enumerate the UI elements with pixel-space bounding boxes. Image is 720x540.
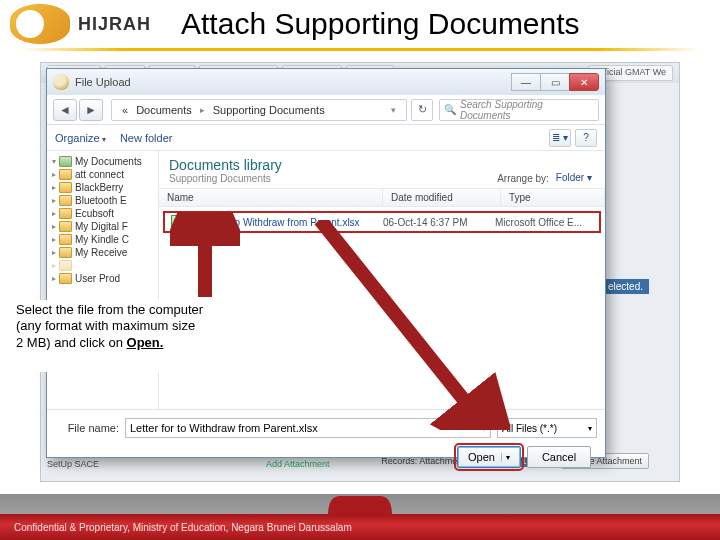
tree-item: ▸My Kindle C [49, 233, 156, 246]
breadcrumb-item[interactable]: Documents [136, 104, 192, 116]
folder-icon [59, 156, 72, 167]
chevron-right-icon: ▸ [200, 105, 205, 115]
xlsx-icon: X [171, 215, 185, 229]
search-placeholder: Search Supporting Documents [460, 99, 594, 121]
footer-notch [328, 496, 392, 516]
breadcrumb-root: « [122, 104, 128, 116]
footer-bar: Confidential & Proprietary, Ministry of … [0, 514, 720, 540]
file-row-selected[interactable]: X Letter for to Withdraw from Parent.xls… [163, 211, 601, 233]
breadcrumb[interactable]: « Documents ▸ Supporting Documents ▾ [111, 99, 407, 121]
arrange-by[interactable]: Arrange by: Folder ▾ [497, 157, 595, 184]
folder-icon [59, 260, 72, 271]
maximize-button[interactable]: ▭ [540, 73, 570, 91]
filename-input[interactable]: Letter for to Withdraw from Parent.xlsx▾ [125, 418, 491, 438]
footer-text: Confidential & Proprietary, Ministry of … [14, 522, 352, 533]
tree-item: ▸My Digital F [49, 220, 156, 233]
open-button[interactable]: Open▾ [457, 446, 521, 468]
dialog-titlebar[interactable]: File Upload — ▭ ✕ [47, 69, 605, 95]
tree-item: ▸BlackBerry [49, 181, 156, 194]
hijrah-logo [10, 4, 70, 44]
folder-icon [59, 221, 72, 232]
folder-icon [59, 195, 72, 206]
help-button[interactable]: ? [575, 129, 597, 147]
breadcrumb-item[interactable]: Supporting Documents [213, 104, 325, 116]
search-icon: 🔍 [444, 104, 456, 115]
tree-item: ▸My Receive [49, 246, 156, 259]
folder-icon [59, 169, 72, 180]
file-name: Letter for to Withdraw from Parent.xlsx [189, 217, 383, 228]
dialog-title: File Upload [75, 76, 131, 88]
dialog-toolbar: Organize New folder ≣ ▾ ? [47, 125, 605, 151]
brand-name: HIJRAH [78, 14, 151, 35]
library-subtitle: Supporting Documents [169, 173, 282, 184]
cancel-button[interactable]: Cancel [527, 446, 591, 468]
tree-item: ▸ [49, 259, 156, 272]
organize-menu[interactable]: Organize [55, 132, 106, 144]
file-type-filter[interactable]: All Files (*.*)▾ [497, 418, 597, 438]
back-button[interactable]: ◄ [53, 99, 77, 121]
file-date: 06-Oct-14 6:37 PM [383, 217, 495, 228]
folder-icon [59, 234, 72, 245]
firefox-icon [53, 74, 69, 90]
library-title: Documents library [169, 157, 282, 173]
folder-icon [59, 247, 72, 258]
file-type: Microsoft Office E... [495, 217, 593, 228]
tree-item: ▸Ecubsoft [49, 207, 156, 220]
file-upload-dialog: File Upload — ▭ ✕ ◄ ► « Documents ▸ Supp… [46, 68, 606, 458]
chevron-down-icon: ▾ [391, 105, 396, 115]
col-name[interactable]: Name [159, 189, 383, 206]
tree-item: ▾My Documents [49, 155, 156, 168]
slide-header: HIJRAH Attach Supporting Documents [0, 0, 720, 48]
forward-button[interactable]: ► [79, 99, 103, 121]
folder-icon [59, 208, 72, 219]
dialog-nav: ◄ ► « Documents ▸ Supporting Documents ▾… [47, 95, 605, 125]
col-type[interactable]: Type [501, 189, 605, 206]
new-folder-button[interactable]: New folder [120, 132, 173, 144]
refresh-button[interactable]: ↻ [411, 99, 433, 121]
folder-icon [59, 273, 72, 284]
tree-item: ▸Bluetooth E [49, 194, 156, 207]
page-title: Attach Supporting Documents [181, 7, 580, 41]
instruction-callout: Select the file from the computer (any f… [14, 300, 274, 372]
title-underline [20, 48, 700, 51]
tree-item: ▸att connect [49, 168, 156, 181]
minimize-button[interactable]: — [511, 73, 541, 91]
close-button[interactable]: ✕ [569, 73, 599, 91]
dialog-footer: File name: Letter for to Withdraw from P… [47, 409, 605, 476]
folder-icon [59, 182, 72, 193]
search-input[interactable]: 🔍 Search Supporting Documents [439, 99, 599, 121]
filename-label: File name: [55, 422, 119, 434]
grid-selection-hint: elected. [602, 279, 649, 294]
view-options-button[interactable]: ≣ ▾ [549, 129, 571, 147]
arrange-value[interactable]: Folder ▾ [553, 171, 595, 184]
column-headers[interactable]: Name Date modified Type [159, 188, 605, 207]
col-date[interactable]: Date modified [383, 189, 501, 206]
tree-item: ▸User Prod [49, 272, 156, 285]
